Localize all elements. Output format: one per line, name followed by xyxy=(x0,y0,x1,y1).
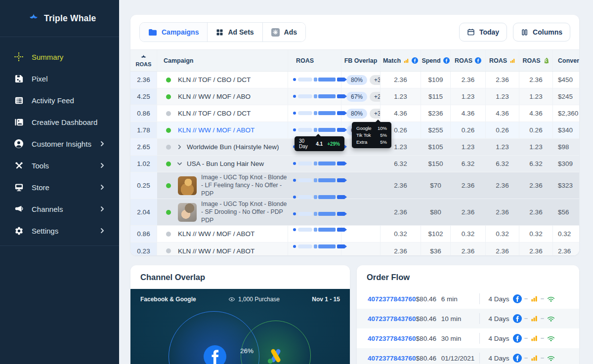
roas-trend-cell xyxy=(288,226,341,242)
tools-icon xyxy=(14,161,24,170)
sidebar-item-summary[interactable]: Summary xyxy=(0,46,119,68)
columns-button[interactable]: Columns xyxy=(513,23,570,41)
header-fb-overlap[interactable]: FB Overlap xyxy=(341,50,381,71)
sidebar-item-activity-feed[interactable]: Activity Feed xyxy=(0,89,119,111)
conversion-cell: 0.32 xyxy=(553,226,579,242)
sidebar: Triple Whale Summary Pixel Activity Feed… xyxy=(0,0,119,364)
roas-ga-cell: 2.36 xyxy=(486,72,519,88)
table-row-group-expanded[interactable]: 1.02 USA - Bun Long Hair New 6.32 $150 6… xyxy=(130,156,579,172)
sidebar-item-channels[interactable]: Channels xyxy=(0,198,119,220)
roas-shopify-cell: 0.26 xyxy=(519,122,553,138)
header-spend[interactable]: Spend xyxy=(421,50,451,71)
tab-ads[interactable]: Ads xyxy=(263,23,305,41)
table-row-ad[interactable]: 2.04 Image - UGC Top Knot - Blonde - SF … xyxy=(130,199,579,226)
tw-roas-cell: 0.25 xyxy=(130,172,157,199)
status-dot-active xyxy=(166,94,171,99)
google-ads-logo-icon xyxy=(265,345,287,364)
wifi-icon xyxy=(547,334,555,343)
roas-shopify-cell: 2.36 xyxy=(519,72,553,88)
order-amount: $80.46 xyxy=(416,355,441,362)
columns-icon xyxy=(521,29,528,36)
connector-dash xyxy=(541,338,544,339)
roas-ga-cell: 2.36 xyxy=(486,172,519,199)
header-roas-shopify[interactable]: ROAS xyxy=(519,50,553,71)
order-amount: $80.46 xyxy=(416,295,441,303)
status-dot-active xyxy=(166,162,171,166)
date-range-button[interactable]: Today xyxy=(459,23,507,41)
table-row[interactable]: 0.23 KLN // WW / MOF / ABOT 2.36 $36 2.3… xyxy=(130,243,579,255)
tw-roas-cell: 2.65 xyxy=(130,139,157,155)
calendar-icon xyxy=(467,28,475,36)
header-roas-google[interactable]: ROAS xyxy=(486,50,519,71)
sidebar-item-settings[interactable]: Settings xyxy=(0,220,119,242)
campaign-name: KLN // WW / MOF / ABO xyxy=(178,93,251,100)
header-tw-roas[interactable]: ROAS xyxy=(130,50,157,71)
tw-roas-cell: 1.02 xyxy=(130,156,157,172)
order-id-link[interactable]: 4072377843760 xyxy=(368,315,416,323)
facebook-icon xyxy=(513,314,522,323)
overlap-more-badge: +3 xyxy=(370,109,381,119)
campaign-name: KLN // WW / MOF / ABOT xyxy=(178,247,254,255)
customer-insights-icon xyxy=(14,139,24,149)
order-row[interactable]: 4072377843760 $80.46 6 min 4 Days xyxy=(357,289,579,309)
status-dot-paused xyxy=(166,232,171,237)
chevron-right-icon xyxy=(99,162,105,168)
overlap-more-badge: +3 xyxy=(370,75,381,85)
order-row[interactable]: 4072377843760 $80.46 10 min 4 Days xyxy=(357,309,579,328)
table-row[interactable]: 0.86 KLN // WW / MOF / ABOT 0.32 $102 0.… xyxy=(130,226,579,243)
tab-ad-sets[interactable]: Ad Sets xyxy=(208,23,262,41)
grid-icon xyxy=(216,29,223,36)
brand-logo[interactable]: Triple Whale xyxy=(0,0,119,37)
tab-campaigns[interactable]: Campaigns xyxy=(140,23,208,41)
order-id-link[interactable]: 4072377843760 xyxy=(368,295,416,303)
order-row[interactable]: 4072377843760 $80.46 01/12/2021 4 Days xyxy=(357,348,579,364)
expand-chevron-open[interactable] xyxy=(177,161,182,166)
facebook-icon xyxy=(443,57,450,64)
wifi-icon xyxy=(547,314,555,323)
conversion-cell: $245 xyxy=(553,88,579,105)
sidebar-item-pixel[interactable]: Pixel xyxy=(0,68,119,89)
chevron-right-icon xyxy=(99,228,105,234)
order-id-link[interactable]: 4072377843760 xyxy=(368,335,416,342)
header-roas-facebook[interactable]: ROAS xyxy=(451,50,486,71)
sidebar-item-store[interactable]: Store xyxy=(0,176,119,198)
tw-roas-cell: 4.25 xyxy=(130,88,157,105)
roas-trend-cell xyxy=(288,172,341,199)
campaigns-table: ROAS Campaign ROAS FB Overlap Match Spen… xyxy=(130,49,579,255)
table-row-ad[interactable]: 0.25 Image - UGC Top Knot - Blonde - LF … xyxy=(130,172,579,199)
ad-name: Image - UGC Top Knot - Blonde - LF Feeli… xyxy=(201,173,288,198)
header-match[interactable]: Match xyxy=(381,50,421,71)
sidebar-item-tools[interactable]: Tools xyxy=(0,155,119,176)
facebook-icon xyxy=(475,57,481,64)
expand-chevron-closed[interactable] xyxy=(177,144,182,150)
spend-cell: $236 xyxy=(421,105,451,121)
roas-fb-cell: 2.36 xyxy=(451,243,486,255)
roas-shopify-cell: 4.36 xyxy=(519,105,553,121)
order-id-link[interactable]: 4072377843760 xyxy=(368,355,416,362)
roas-shopify-cell: 6.32 xyxy=(519,156,553,172)
facebook-icon xyxy=(412,57,418,64)
table-row[interactable]: 0.86 KLN // TOF / CBO / DCT 80%+3 4.36 $… xyxy=(130,105,579,122)
facebook-icon xyxy=(513,354,522,363)
roas-ga-cell: 1.23 xyxy=(486,88,519,105)
header-conversion[interactable]: Conversion xyxy=(553,50,579,71)
header-campaign[interactable]: Campaign xyxy=(157,50,288,71)
settings-gear-icon xyxy=(14,226,24,236)
order-row[interactable]: 4072377843760 $80.46 30 min 4 Days xyxy=(357,328,579,348)
pixel-icon xyxy=(14,74,24,83)
status-dot-active xyxy=(166,78,171,82)
tw-roas-cell: 0.23 xyxy=(130,243,157,255)
channel-overlap-card: Channel Overlap Facebook & Google 1,000 … xyxy=(130,265,350,364)
table-row[interactable]: 2.36 KLN // TOF / CBO / DCT 80%+3 2.36 $… xyxy=(130,72,579,88)
table-row[interactable]: 4.25 KLN // WW / MOF / ABO 67%+2 1.23 $1… xyxy=(130,88,579,105)
store-icon xyxy=(14,182,24,192)
sidebar-item-customer-insights[interactable]: Customer Insights xyxy=(0,133,119,155)
roas-shopify-cell: 2.36 xyxy=(519,199,553,225)
header-roas-trend[interactable]: ROAS xyxy=(288,50,341,71)
sidebar-item-creative-dashboard[interactable]: Creative Dashboard xyxy=(0,111,119,133)
roas-ga-cell: 2.36 xyxy=(486,199,519,225)
overlap-more-badge: +2 xyxy=(370,92,381,102)
roas-fb-cell: 2.36 xyxy=(451,72,486,88)
fb-overlap-badge: 67% xyxy=(346,92,367,102)
google-analytics-icon xyxy=(403,58,409,64)
